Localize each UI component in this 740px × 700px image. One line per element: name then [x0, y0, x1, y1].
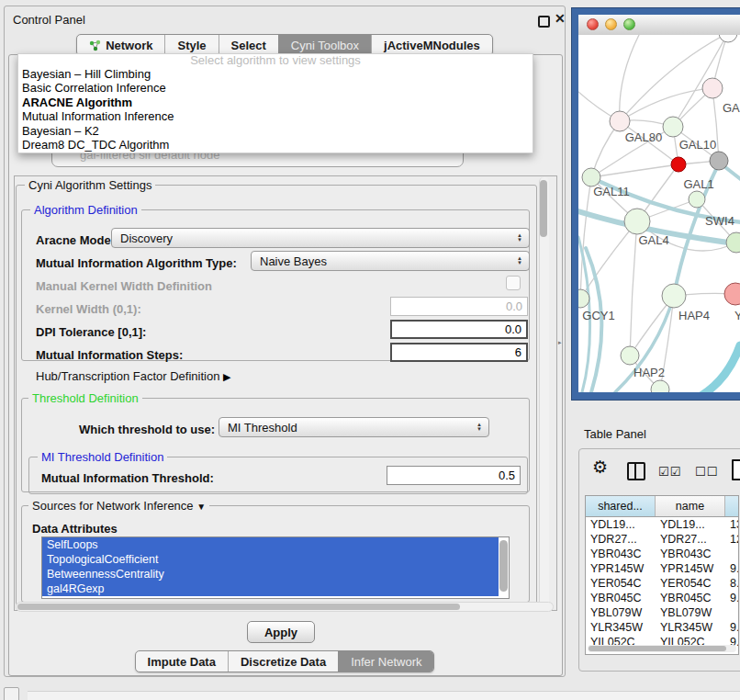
network-edge[interactable] [630, 221, 637, 356]
tab-infer-network[interactable]: Infer Network [338, 651, 433, 672]
table-row[interactable]: YLR345WYLR345W9. [586, 620, 738, 635]
table-cell: YER054C [656, 576, 725, 591]
tab-select[interactable]: Select [219, 35, 278, 55]
tab-label: Infer Network [351, 655, 421, 669]
tab-cyni-toolbox[interactable]: Cyni Toolbox [278, 35, 371, 55]
table-row[interactable]: YER054CYER054C8. [586, 576, 738, 591]
tab-impute-data[interactable]: Impute Data [136, 651, 228, 672]
node-top-cut[interactable] [719, 35, 737, 42]
network-graph[interactable]: GALGAL80GAL10GAL1GAL11SWI4GAL4GCY1HAP4YH… [578, 35, 740, 392]
network-edge[interactable] [591, 164, 678, 177]
close-traffic-light-icon[interactable] [587, 18, 599, 30]
mi-steps-label: Mutual Information Steps: [36, 348, 183, 362]
minimize-traffic-light-icon[interactable] [605, 18, 617, 30]
bottom-left-widget-icon[interactable] [4, 687, 19, 700]
settings-horizontal-scrollbar-thumb[interactable] [17, 604, 460, 610]
tab-network[interactable]: Network [77, 35, 164, 55]
node-hap2[interactable] [621, 346, 639, 365]
attribute-list-item[interactable]: gal4RGexp [42, 581, 499, 596]
network-edge-highlighted[interactable] [702, 345, 740, 392]
table-cell: YDR27... [656, 532, 725, 547]
tab-discretize-data[interactable]: Discretize Data [228, 651, 338, 672]
zoom-traffic-light-icon[interactable] [623, 18, 635, 30]
tab-label: Cyni Toolbox [291, 39, 359, 52]
node-label: Y [734, 309, 740, 322]
network-canvas[interactable]: GALGAL80GAL10GAL1GAL11SWI4GAL4GCY1HAP4YH… [578, 35, 740, 392]
columns-icon[interactable] [627, 462, 645, 480]
node-bottom[interactable] [651, 380, 669, 392]
network-edge[interactable] [620, 35, 639, 121]
gear-icon[interactable]: ⚙ [592, 457, 608, 478]
tab-jactivemnodules[interactable]: jActiveMNodules [371, 35, 492, 55]
hub-definition-label: Hub/Transcription Factor Definition [36, 369, 219, 383]
sources-group-title[interactable]: Sources for Network Inference ▼ [28, 499, 209, 513]
kernel-width-field[interactable]: 0.0 [390, 297, 528, 316]
settings-vertical-scrollbar-thumb[interactable] [540, 180, 547, 237]
manual-kernel-width-label: Manual Kernel Width Definition [36, 279, 212, 293]
manual-kernel-width-checkbox[interactable] [506, 276, 521, 290]
aracne-mode-combobox[interactable]: Discovery ▲▼ [111, 228, 530, 248]
table-row[interactable]: YBR043CYBR043C [586, 547, 738, 561]
node-corner-green[interactable] [726, 232, 740, 253]
algorithm-option[interactable]: Dream8 DC_TDC Algorithm [18, 138, 533, 152]
algorithm-option[interactable]: Basic Correlation Inference [18, 81, 533, 95]
node-gal80[interactable] [610, 111, 630, 131]
algorithm-option[interactable]: Bayesian – K2 [18, 124, 533, 138]
attribute-list-item[interactable]: TopologicalCoefficient [42, 552, 499, 567]
which-threshold-value: MI Threshold [228, 421, 297, 435]
data-attributes-label: Data Attributes [32, 522, 118, 536]
table-cell: 9. [725, 561, 738, 576]
desktop: { "colors":{ "selection_blue":"#3A68CC",… [0, 0, 740, 700]
table-row[interactable]: YPR145WYPR145W9. [586, 561, 738, 576]
hub-definition-expander[interactable]: Hub/Transcription Factor Definition ▶ [36, 369, 230, 383]
mi-algorithm-type-combobox[interactable]: Naive Bayes ▲▼ [251, 251, 530, 271]
deselect-all-checks-icon[interactable]: ☐☐ [695, 465, 718, 479]
node-gal4[interactable] [624, 209, 650, 234]
node-salmon[interactable] [724, 283, 740, 305]
table-column-header[interactable]: shared... [586, 496, 656, 516]
sources-title-label: Sources for Network Inference [32, 499, 194, 513]
table-cell: YDL19... [586, 517, 656, 532]
table-horizontal-scrollbar-thumb[interactable] [589, 646, 726, 651]
float-window-icon[interactable] [538, 16, 550, 28]
node-gal7[interactable] [702, 78, 723, 98]
table-cell: 9. [725, 620, 738, 635]
settings-vertical-scrollbar[interactable] [539, 177, 549, 609]
close-icon[interactable]: ✕ [555, 11, 566, 26]
panel-splitter-handle[interactable]: ▸ [558, 339, 562, 346]
algorithm-option[interactable]: ARACNE Algorithm [18, 96, 533, 109]
table-cell: YBR043C [586, 547, 656, 561]
mi-threshold-field[interactable]: 0.5 [387, 466, 521, 485]
algorithm-option[interactable]: Bayesian – Hill Climbing [18, 67, 533, 81]
network-edge[interactable] [620, 88, 712, 121]
mi-steps-field[interactable]: 6 [390, 343, 528, 362]
table-column-header[interactable]: name [656, 496, 725, 516]
node-gal10[interactable] [663, 117, 683, 137]
stepper-icon: ▲▼ [517, 233, 522, 243]
data-attributes-list[interactable]: SelfLoopsTopologicalCoefficientBetweenne… [41, 536, 510, 599]
table-column-header[interactable]: A [725, 496, 739, 516]
collapse-down-icon: ▼ [196, 502, 206, 512]
list-vertical-scrollbar-thumb[interactable] [499, 540, 508, 592]
select-all-checks-icon[interactable]: ☑☑ [658, 465, 681, 479]
attribute-list-item[interactable]: BetweennessCentrality [42, 567, 499, 581]
threshold-definition-title: Threshold Definition [28, 391, 142, 405]
table-row[interactable]: YBL079WYBL079W [586, 605, 738, 620]
algorithm-option[interactable]: Mutual Information Inference [18, 109, 533, 123]
node-gal1[interactable] [671, 157, 686, 172]
dpi-tolerance-field[interactable]: 0.0 [390, 320, 528, 339]
network-window-titlebar[interactable] [578, 15, 740, 36]
table-row[interactable]: YBR045CYBR045C9. [586, 591, 738, 605]
node-gal11[interactable] [582, 168, 600, 186]
node-gray[interactable] [710, 152, 728, 170]
table-horizontal-scrollbar[interactable] [588, 645, 736, 652]
tab-style[interactable]: Style [164, 35, 218, 55]
attribute-list-item[interactable]: SelfLoops [42, 537, 499, 552]
table-row[interactable]: YDR27...YDR27...12 [586, 532, 738, 547]
document-icon[interactable] [732, 459, 740, 480]
which-threshold-combobox[interactable]: MI Threshold ▲▼ [219, 417, 489, 437]
node-hap4[interactable] [662, 284, 686, 308]
apply-button[interactable]: Apply [247, 621, 315, 643]
table-row[interactable]: YDL19...YDL19...13 [586, 517, 738, 532]
node-swi4[interactable] [689, 191, 705, 208]
